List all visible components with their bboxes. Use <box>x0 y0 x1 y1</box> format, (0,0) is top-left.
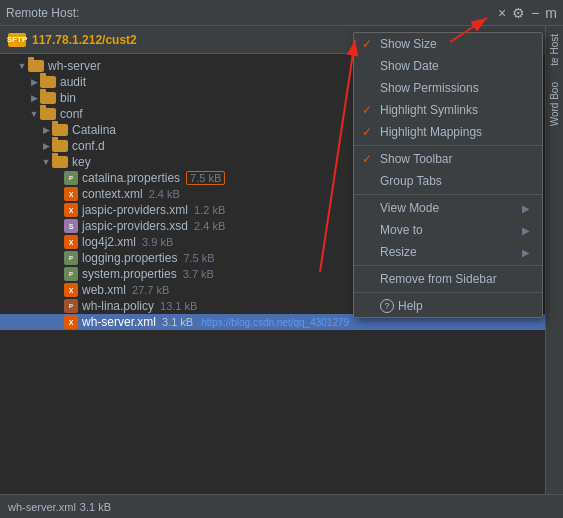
right-tabs: te Host Word Boo <box>545 26 563 494</box>
item-name: system.properties <box>82 267 177 281</box>
menu-label: Help <box>398 299 530 313</box>
chevron-down-icon: ▼ <box>16 61 28 71</box>
chevron-down-icon: ▼ <box>28 109 40 119</box>
file-icon: X <box>64 203 78 217</box>
menu-item-remove-from-sidebar[interactable]: Remove from Sidebar <box>354 268 542 290</box>
separator <box>354 145 542 146</box>
minus-icon[interactable]: − <box>531 5 539 21</box>
menu-item-help[interactable]: ? Help <box>354 295 542 317</box>
tab-word-book[interactable]: Word Boo <box>547 74 562 134</box>
check-icon: ✓ <box>362 103 376 117</box>
menu-label: Highlight Mappings <box>380 125 530 139</box>
submenu-arrow-icon: ▶ <box>522 203 530 214</box>
top-bar-icons: × ⚙ − m <box>498 5 557 21</box>
submenu-arrow-icon: ▶ <box>522 225 530 236</box>
item-name: key <box>72 155 91 169</box>
file-size: 3.9 kB <box>142 236 173 248</box>
menu-label: Move to <box>380 223 522 237</box>
chevron-right-icon: ▶ <box>28 93 40 103</box>
menu-item-show-date[interactable]: Show Date <box>354 55 542 77</box>
menu-item-show-size[interactable]: ✓ Show Size <box>354 33 542 55</box>
file-size: 2.4 kB <box>149 188 180 200</box>
status-bar: wh-server.xml 3.1 kB <box>0 494 563 518</box>
separator <box>354 194 542 195</box>
file-icon: X <box>64 235 78 249</box>
file-size: 1.2 kB <box>194 204 225 216</box>
check-icon: ✓ <box>362 125 376 139</box>
top-bar-title: Remote Host: <box>6 6 498 20</box>
item-name: log4j2.xml <box>82 235 136 249</box>
item-name: context.xml <box>82 187 143 201</box>
menu-label: Group Tabs <box>380 174 530 188</box>
close-tab-icon[interactable]: × <box>498 5 506 21</box>
item-name: jaspic-providers.xml <box>82 203 188 217</box>
help-icon: ? <box>380 299 394 313</box>
file-icon: X <box>64 283 78 297</box>
menu-item-show-toolbar[interactable]: ✓ Show Toolbar <box>354 148 542 170</box>
separator <box>354 265 542 266</box>
file-icon: X <box>64 187 78 201</box>
context-menu: ✓ Show Size Show Date Show Permissions ✓… <box>353 32 543 318</box>
folder-icon <box>52 124 68 136</box>
check-icon: ✓ <box>362 37 376 51</box>
menu-item-highlight-mappings[interactable]: ✓ Highlight Mappings <box>354 121 542 143</box>
menu-label: Show Toolbar <box>380 152 530 166</box>
gear-icon[interactable]: ⚙ <box>512 5 525 21</box>
chevron-down-icon: ▼ <box>40 157 52 167</box>
folder-icon <box>52 140 68 152</box>
menu-item-show-permissions[interactable]: Show Permissions <box>354 77 542 99</box>
file-icon: X <box>64 315 78 329</box>
menu-label: View Mode <box>380 201 522 215</box>
item-name: bin <box>60 91 76 105</box>
menu-label: Show Permissions <box>380 81 530 95</box>
item-name: conf.d <box>72 139 105 153</box>
menu-item-group-tabs[interactable]: Group Tabs <box>354 170 542 192</box>
file-size: 27.7 kB <box>132 284 169 296</box>
folder-icon <box>52 156 68 168</box>
item-name: logging.properties <box>82 251 177 265</box>
tab-remote-host[interactable]: te Host <box>547 26 562 74</box>
status-filesize: 3.1 kB <box>80 501 111 513</box>
file-size: 13.1 kB <box>160 300 197 312</box>
file-icon: P <box>64 267 78 281</box>
file-size: 7.5 kB <box>183 252 214 264</box>
status-filename: wh-server.xml <box>8 501 76 513</box>
chevron-right-icon: ▶ <box>28 77 40 87</box>
file-size: 2.4 kB <box>194 220 225 232</box>
menu-item-view-mode[interactable]: View Mode ▶ <box>354 197 542 219</box>
sftp-icon: SFTP <box>8 33 26 47</box>
menu-item-highlight-symlinks[interactable]: ✓ Highlight Symlinks <box>354 99 542 121</box>
chevron-right-icon: ▶ <box>40 125 52 135</box>
file-icon: S <box>64 219 78 233</box>
separator <box>354 292 542 293</box>
item-name: Catalina <box>72 123 116 137</box>
check-icon: ✓ <box>362 152 376 166</box>
menu-label: Remove from Sidebar <box>380 272 530 286</box>
menu-label: Show Size <box>380 37 530 51</box>
item-name: conf <box>60 107 83 121</box>
path-text: 117.78.1.212/cust2 <box>32 33 137 47</box>
menu-label: Show Date <box>380 59 530 73</box>
file-url: https://blog.csdn.net/qq_4301279 <box>201 317 349 328</box>
file-icon: P <box>64 299 78 313</box>
folder-icon <box>40 108 56 120</box>
menu-item-resize[interactable]: Resize ▶ <box>354 241 542 263</box>
menu-label: Highlight Symlinks <box>380 103 530 117</box>
folder-icon <box>28 60 44 72</box>
file-icon: P <box>64 171 78 185</box>
item-name: wh-server.xml <box>82 315 156 329</box>
menu-label: Resize <box>380 245 522 259</box>
submenu-arrow-icon: ▶ <box>522 247 530 258</box>
item-name: audit <box>60 75 86 89</box>
root-name: wh-server <box>48 59 101 73</box>
item-name: jaspic-providers.xsd <box>82 219 188 233</box>
file-size: 3.1 kB <box>162 316 193 328</box>
item-name: wh-lina.policy <box>82 299 154 313</box>
menu-item-move-to[interactable]: Move to ▶ <box>354 219 542 241</box>
folder-icon <box>40 76 56 88</box>
extra-icon[interactable]: m <box>545 5 557 21</box>
top-bar: Remote Host: × ⚙ − m <box>0 0 563 26</box>
folder-icon <box>40 92 56 104</box>
file-size: 3.7 kB <box>183 268 214 280</box>
file-size: 7.5 kB <box>186 171 225 185</box>
